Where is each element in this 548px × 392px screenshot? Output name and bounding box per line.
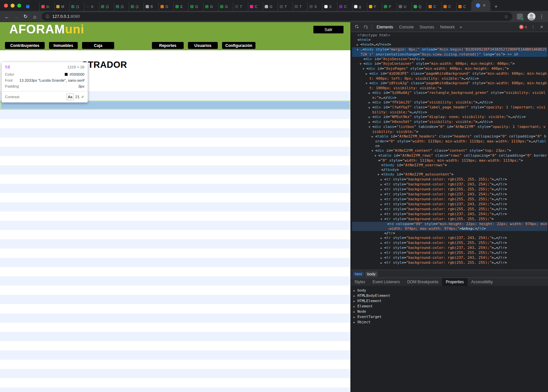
tree-node[interactable]: ▼<div id="z8YssAJg" class="pageWhiteBack… (352, 81, 547, 91)
tree-node[interactable]: ▶<tr style="background-color: rgb(255, 2… (352, 177, 547, 182)
collapsed-arrow-icon[interactable]: ▶ (381, 261, 384, 265)
tree-node[interactable]: ▼<div id="AtNeI2YM_content" class="conte… (352, 148, 547, 153)
browser-tab[interactable]: In (39, 2, 54, 11)
tree-node[interactable]: ▶<tr style="background-color: rgb(237, 2… (352, 202, 547, 207)
collapsed-arrow-icon[interactable]: ▶ (369, 91, 372, 96)
browser-tab[interactable]: C (337, 2, 352, 11)
collapsed-arrow-icon[interactable]: ▶ (353, 315, 357, 320)
tree-node[interactable]: <div id="XojoSession"></div> (352, 57, 547, 61)
minimize-window-button[interactable] (11, 4, 15, 8)
expanded-arrow-icon[interactable]: ▼ (375, 154, 378, 158)
more-tabs-icon[interactable]: » (458, 24, 464, 29)
tree-node[interactable]: <html> (352, 38, 547, 42)
browser-tab[interactable]: T (293, 2, 307, 11)
collapsed-arrow-icon[interactable]: ▶ (366, 72, 369, 76)
tree-node[interactable]: ▶<div id="fFk1miJS" style="visibility: v… (352, 100, 547, 105)
error-icon[interactable]: ✕ (519, 25, 524, 29)
property-item[interactable]: ▶Node (353, 309, 545, 314)
collapsed-arrow-icon[interactable]: ▶ (381, 197, 384, 202)
tree-node[interactable]: ▶<tr style="background-color: rgb(237, 2… (352, 255, 547, 260)
browser-tab[interactable]: B (144, 2, 159, 11)
collapsed-arrow-icon[interactable]: ▶ (381, 182, 384, 187)
expanded-arrow-icon[interactable]: ▼ (357, 48, 360, 52)
property-item[interactable]: ▶EventTarget (353, 314, 545, 320)
tree-node[interactable]: <!doctype html> (352, 33, 547, 38)
browser-tab[interactable]: X (84, 2, 99, 11)
collapsed-arrow-icon[interactable]: ▶ (381, 192, 384, 197)
collapsed-arrow-icon[interactable]: ▶ (381, 212, 384, 217)
tree-node[interactable]: ▶<tr style="background-color: rgb(255, 2… (352, 260, 547, 265)
tree-node[interactable]: ▶<tr style="background-color: rgb(255, 2… (352, 197, 547, 202)
nav-button-reportes[interactable]: Reportes (152, 42, 184, 49)
inspect-element-icon[interactable] (353, 23, 361, 31)
expanded-arrow-icon[interactable]: ▼ (378, 173, 381, 177)
browser-tab[interactable]: (1 (129, 2, 144, 11)
tree-node[interactable]: ▶<tr style="background-color: rgb(237, 2… (352, 182, 547, 187)
tree-node[interactable]: ▼…<body style="margin: 0px;" onload="Xoj… (352, 47, 547, 57)
tree-node[interactable]: ▼<tr style="background-color: rgb(255, 2… (352, 217, 547, 222)
collapsed-arrow-icon[interactable]: ▶ (353, 288, 357, 293)
tree-node[interactable]: ▶<tr style="background-color: rgb(237, 2… (352, 212, 547, 217)
reload-icon[interactable]: ↻ (21, 12, 30, 21)
collapsed-arrow-icon[interactable]: ▶ (353, 309, 357, 314)
devtools-close-icon[interactable]: ✕ (537, 23, 546, 31)
expanded-arrow-icon[interactable]: ▼ (372, 149, 375, 153)
browser-tab[interactable]: S (322, 2, 337, 11)
tree-node[interactable]: ▶<tr style="background-color: rgb(237, 2… (352, 246, 547, 251)
site-info-icon[interactable]: ⓘ (46, 14, 50, 20)
browser-tab[interactable]: (1 (69, 2, 84, 11)
collapsed-arrow-icon[interactable]: ▶ (372, 135, 375, 139)
devtools-tab-elements[interactable]: Elements (374, 22, 396, 32)
browser-tab[interactable]: U (397, 2, 412, 11)
collapsed-arrow-icon[interactable]: ▶ (381, 246, 384, 251)
devtools-tab-network[interactable]: Network (437, 22, 458, 32)
browser-tab[interactable]: C (248, 2, 263, 11)
browser-tab[interactable]: F (367, 2, 382, 11)
extension-icon[interactable] (517, 14, 523, 20)
tree-node[interactable]: ▶<div id="NPEut9kz" style="display: none… (352, 115, 547, 120)
tree-node[interactable]: ▶<tr style="background-color: rgb(255, 2… (352, 207, 547, 212)
collapsed-arrow-icon[interactable]: ▶ (369, 115, 372, 120)
tree-node[interactable]: ▶<div id="h0xnv5dt" style="visibility: v… (352, 120, 547, 125)
breadcrumb-html[interactable]: html (353, 271, 364, 277)
tree-node[interactable]: <tbody id="AtNeI2YM_userrows"> (352, 163, 547, 168)
property-item[interactable]: ▶HTMLBodyElement (353, 293, 545, 298)
nav-button-inmuebles[interactable]: Inmuebles (49, 42, 78, 49)
browser-tab[interactable]: C (441, 2, 456, 11)
tree-node[interactable]: ▶<tr style="background-color: rgb(255, 2… (352, 241, 547, 246)
browser-tab[interactable]: T (233, 2, 248, 11)
nav-button-configuracin[interactable]: Configuración (222, 42, 255, 49)
tree-node[interactable]: ▶<table id="AtNeI2YM_headers" class="hea… (352, 134, 547, 148)
tree-node[interactable]: ▶<tr style="background-color: rgb(237, 2… (352, 192, 547, 197)
tree-node[interactable]: ▼<tbody id="AtNeI2YM_autocontent"> (352, 172, 547, 177)
property-item[interactable]: ▶body (353, 288, 545, 293)
property-item[interactable]: ▶Object (353, 320, 545, 325)
tree-node[interactable]: ▶<div id="SzORu6Aj" class="rectangle_bac… (352, 91, 547, 100)
sidebar-tab-styles[interactable]: Styles (351, 278, 369, 286)
nav-button-caja[interactable]: Caja (82, 42, 114, 49)
devtools-menu-icon[interactable]: ⋮ (529, 23, 537, 31)
collapsed-arrow-icon[interactable]: ▶ (353, 299, 357, 304)
listbox-rows[interactable] (0, 82, 350, 392)
collapsed-arrow-icon[interactable]: ▶ (369, 105, 372, 110)
tree-node[interactable]: ▼<div id="XojoPages" style="min-width: 6… (352, 66, 547, 71)
tree-node[interactable]: ▶<tr style="background-color: rgb(237, 2… (352, 236, 547, 241)
browser-tab[interactable]: E (173, 2, 188, 11)
collapsed-arrow-icon[interactable]: ▶ (381, 187, 384, 192)
forward-icon[interactable]: → (12, 12, 21, 21)
collapsed-arrow-icon[interactable]: ▶ (353, 294, 357, 298)
collapsed-arrow-icon[interactable]: ▶ (381, 177, 384, 182)
close-tab-icon[interactable]: ✕ (482, 3, 485, 8)
address-bar[interactable]: ⓘ 127.0.0.1:8080 ☆ (42, 12, 512, 21)
new-tab-button[interactable]: + (492, 2, 500, 11)
browser-tab[interactable]: P (382, 2, 397, 11)
expanded-arrow-icon[interactable]: ▼ (369, 125, 372, 130)
tree-node[interactable]: ▶<head>…</head> (352, 42, 547, 47)
expanded-arrow-icon[interactable]: ▼ (363, 67, 366, 71)
browser-tab[interactable]: S (307, 2, 322, 11)
collapsed-arrow-icon[interactable]: ▶ (357, 43, 360, 47)
browser-tab[interactable]: C (427, 2, 441, 11)
browser-tab[interactable]: M (54, 2, 69, 11)
logout-button[interactable]: Salir (313, 26, 343, 33)
home-icon[interactable]: ⌂ (30, 12, 39, 21)
